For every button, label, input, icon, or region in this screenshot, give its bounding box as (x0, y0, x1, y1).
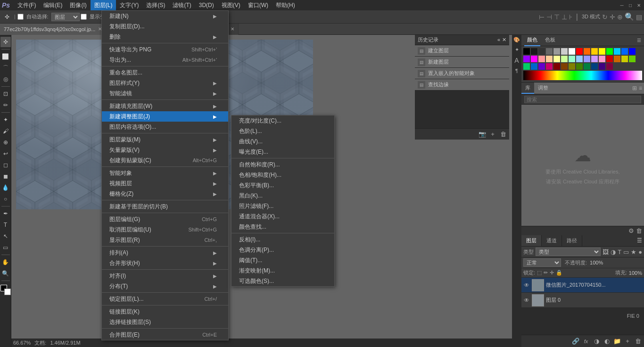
lock-image-icon[interactable]: ✏ (544, 270, 548, 276)
menu-new-slice[interactable]: 新建基于图层的切片(B) (102, 201, 228, 212)
text-right-icon[interactable]: A (514, 57, 519, 64)
menu-merge-shapes[interactable]: 合并形状(H) ▶ (102, 258, 228, 268)
color-swatch[interactable] (621, 56, 628, 62)
search-icon[interactable]: 🔍 (625, 12, 634, 21)
layers-panel-menu[interactable]: ☰ (635, 235, 644, 246)
text-tool[interactable]: T (0, 220, 11, 230)
opacity-value[interactable]: 100% (590, 260, 603, 265)
color-swatch[interactable] (576, 63, 583, 70)
pen-tool[interactable]: ✒ (0, 208, 11, 219)
submenu-gradient-map[interactable]: 渐变映射(M)... (231, 265, 334, 276)
tab-file2-close[interactable]: ✕ (231, 26, 234, 32)
blend-mode-select[interactable]: 正常 (523, 258, 561, 267)
paragraph-right-icon[interactable]: ¶ (515, 68, 518, 74)
history-item-3[interactable]: ▤ 查找边缘 (415, 79, 509, 91)
menu-select[interactable]: 选择(S) (142, 0, 169, 10)
close-button[interactable]: ✕ (636, 2, 642, 8)
menu-rasterize[interactable]: 栅格化(Z) ▶ (102, 189, 228, 199)
menu-layer-mask[interactable]: 图层蒙版(M) ▶ (102, 134, 228, 145)
menu-3d[interactable]: 3D(D) (195, 0, 218, 10)
history-item-0[interactable]: ▤ 建立图层 (415, 45, 509, 57)
hand-tool[interactable]: ✋ (0, 257, 11, 267)
layer-select-dropdown[interactable]: 图层 (51, 13, 80, 21)
history-close-icon[interactable]: ✕ (502, 37, 506, 43)
layer-adj-icon[interactable]: ◐ (603, 337, 611, 346)
color-swatch[interactable] (591, 48, 598, 55)
gradient-tool[interactable]: ◼ (0, 171, 11, 182)
adjustments-tab[interactable]: 调整 (534, 83, 552, 94)
3d-pan-icon[interactable]: ✛ (610, 13, 615, 21)
menu-video-layers[interactable]: 视频图层 ▶ (102, 178, 228, 189)
channels-tab[interactable]: 通道 (542, 235, 562, 246)
move-tool[interactable]: ✜ (0, 37, 11, 47)
history-new-layer-icon[interactable]: + (488, 130, 497, 139)
submenu-photo-filter[interactable]: 照片滤镜(F)... (231, 201, 334, 211)
history-delete-icon[interactable]: 🗑 (499, 130, 507, 139)
paths-tab[interactable]: 路径 (562, 235, 582, 246)
color-swatch[interactable] (538, 48, 545, 55)
color-swatch[interactable] (591, 63, 598, 70)
menu-help[interactable]: 帮助(H) (272, 0, 299, 10)
submenu-brightness[interactable]: 亮度/对比度(C)... (231, 116, 334, 126)
color-swatch[interactable] (576, 56, 583, 62)
menu-export-as[interactable]: 导出为... Alt+Shift+Ctrl+' (102, 55, 228, 65)
color-gradient-bar[interactable] (523, 71, 642, 80)
clone-stamp-tool[interactable]: ⊕ (0, 137, 11, 148)
minimize-button[interactable]: ─ (619, 2, 625, 8)
menu-align[interactable]: 对齐(I) ▶ (102, 271, 228, 281)
color-swatch[interactable] (553, 56, 560, 62)
library-tab[interactable]: 库 (521, 83, 534, 94)
history-item-1[interactable]: ▤ 新建图层 (415, 57, 509, 68)
layer-row-0[interactable]: 👁 微信图片_20170704150... (521, 278, 644, 293)
tab-file1[interactable]: 77ec2b70ly1ffdsv3qnq4j20xc0xcgol.jp... ✕ (0, 24, 106, 35)
lock-position-icon[interactable]: ✛ (550, 270, 554, 276)
menu-edit[interactable]: 编辑(E) (40, 0, 66, 10)
submenu-curves[interactable]: 曲线(V)... (231, 136, 334, 147)
menu-show-layers[interactable]: 显示图层(R) Ctrl+, (102, 235, 228, 245)
library-search-input[interactable] (524, 96, 641, 103)
align-top-icon[interactable]: ⊥ (561, 13, 567, 21)
panel-toggle-icon[interactable]: ▤ (636, 13, 642, 21)
color-swatch[interactable] (561, 56, 568, 62)
layers-tab[interactable]: 图层 (521, 235, 542, 246)
menu-lock-layers[interactable]: 锁定图层(L)... Ctrl+/ (102, 294, 228, 304)
color-swatch[interactable] (569, 56, 575, 62)
filter-text-icon[interactable]: T (618, 248, 621, 256)
submenu-invert[interactable]: 反相(I)... (231, 234, 334, 245)
menu-smart-object[interactable]: 智能对象 ▶ (102, 168, 228, 178)
crop-tool[interactable]: ⊡ (0, 89, 11, 99)
cc-settings-icon[interactable]: ⚙ (628, 227, 634, 234)
menu-clipping-mask[interactable]: 创建剪贴蒙版(C) Alt+Ctrl+G (102, 155, 228, 165)
menu-view[interactable]: 视图(V) (218, 0, 244, 10)
layer-1-visibility[interactable]: 👁 (523, 297, 530, 304)
magic-right-icon[interactable]: ✦ (515, 47, 519, 53)
color-boxes[interactable] (0, 285, 11, 295)
color-swatch[interactable] (523, 63, 530, 70)
fill-value[interactable]: 100% (629, 270, 642, 276)
color-swatch[interactable] (561, 63, 568, 70)
menu-ungroup-layers[interactable]: 取消图层编组(U) Shift+Ctrl+G (102, 224, 228, 235)
color-swatch[interactable] (606, 63, 613, 70)
submenu-posterize[interactable]: 色调分离(P)... (231, 245, 334, 255)
submenu-color-lookup[interactable]: 颜色查找... (231, 222, 334, 232)
layer-fx-icon[interactable]: fx (582, 337, 590, 346)
layer-0-eye-icon[interactable]: 👁 (524, 282, 529, 289)
color-swatch[interactable] (569, 63, 575, 70)
rectangle-select-tool[interactable]: ⬜ (0, 51, 11, 62)
filter-smart-icon[interactable]: ★ (631, 248, 636, 256)
color-swatch[interactable] (523, 48, 530, 55)
history-brush-tool[interactable]: ↩ (0, 149, 11, 159)
menu-layer[interactable]: 图层(L) (91, 0, 116, 10)
menu-layer-new[interactable]: 新建(N) ▶ (102, 11, 228, 21)
menu-distribute[interactable]: 分布(T) ▶ (102, 281, 228, 291)
filter-toggle-icon[interactable]: ● (638, 248, 642, 256)
color-swatch[interactable] (584, 56, 590, 62)
color-swatch[interactable] (599, 48, 605, 55)
adj-grid-icon[interactable]: ⊞ (632, 85, 637, 91)
menu-image[interactable]: 图像(I) (66, 0, 90, 10)
submenu-vibrance[interactable]: 自然饱和度(R)... (231, 159, 334, 170)
filter-type-select[interactable]: 类型 (536, 248, 601, 256)
color-swatch[interactable] (606, 48, 613, 55)
lasso-tool[interactable]: ⌒ (0, 63, 11, 73)
menu-new-adjust-layer[interactable]: 新建调整图层(J) ▶ (102, 111, 228, 122)
